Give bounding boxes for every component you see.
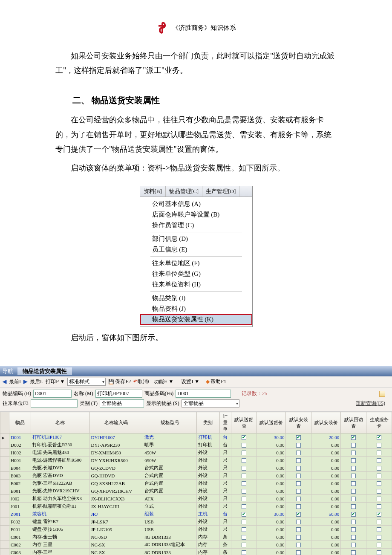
- input-unit[interactable]: [31, 399, 78, 408]
- checkbox-icon[interactable]: [242, 474, 246, 478]
- table-row[interactable]: D001打印机HP1007DYJHP1007激光打印机台30.0020.00: [0, 434, 392, 441]
- nav-last-icon[interactable]: ▶: [23, 379, 27, 385]
- menu-item[interactable]: 公司基本信息 (A): [140, 199, 252, 209]
- print-button[interactable]: 打印P ▼: [46, 378, 65, 385]
- table-header[interactable]: 默认安装价: [311, 412, 341, 434]
- checkbox-icon[interactable]: [377, 451, 381, 455]
- table-header[interactable]: 默认送货否: [231, 412, 257, 434]
- nav-first-icon[interactable]: ◀: [3, 379, 6, 385]
- checkbox-icon[interactable]: [296, 512, 301, 517]
- table-row[interactable]: C002内存-三星NC-SX4G DDR1333笔记本内存条0.000.00: [0, 541, 392, 549]
- requery-link[interactable]: 重新查询(F5): [356, 400, 385, 406]
- checkbox-icon[interactable]: [296, 489, 301, 494]
- menu-tab[interactable]: 生产管理[D]: [202, 186, 239, 197]
- menu-item[interactable]: 操作员管理 (C): [140, 220, 252, 231]
- table-header[interactable]: 名称: [31, 412, 89, 434]
- checkbox-icon[interactable]: [351, 474, 356, 478]
- checkbox-icon[interactable]: [351, 435, 356, 440]
- checkbox-icon[interactable]: [351, 443, 356, 448]
- checkbox-icon[interactable]: [296, 520, 301, 524]
- table-row[interactable]: C001内存-金士顿NC-JSD4G DDR1333内存条0.000.00: [0, 533, 392, 541]
- cancel-button[interactable]: 取消C: [133, 378, 151, 385]
- menu-item[interactable]: 往来单位类型 (G): [140, 269, 252, 279]
- checkbox-icon[interactable]: [242, 550, 246, 555]
- checkbox-icon[interactable]: [296, 435, 301, 440]
- checkbox-icon[interactable]: [351, 481, 356, 486]
- checkbox-icon[interactable]: [242, 543, 246, 547]
- checkbox-icon[interactable]: [296, 443, 301, 448]
- table-header[interactable]: 物品: [9, 412, 31, 434]
- function-button[interactable]: 功能E ▼: [154, 378, 173, 385]
- table-row[interactable]: F002键盘-雷神K7JP-LSK7USB外设只0.000.00: [0, 518, 392, 526]
- menu-item[interactable]: 物品资料 (J): [140, 304, 252, 314]
- checkbox-icon[interactable]: [351, 520, 356, 524]
- checkbox-icon[interactable]: [242, 527, 246, 532]
- menu-item[interactable]: 物品类别 (I): [140, 293, 252, 304]
- checkbox-icon[interactable]: [296, 535, 301, 540]
- checkbox-icon[interactable]: [377, 520, 381, 524]
- menu-tab[interactable]: 资料[B]: [140, 186, 166, 197]
- checkbox-icon[interactable]: [242, 489, 246, 494]
- checkbox-icon[interactable]: [377, 466, 381, 471]
- table-header[interactable]: 名称输入码: [89, 412, 143, 434]
- table-row[interactable]: H001电源-游戏悍将红星R500DY-YXHJHXR500650W外设只0.0…: [0, 457, 392, 464]
- checkbox-icon[interactable]: [377, 474, 381, 478]
- nav-dao[interactable]: 导航: [2, 367, 13, 375]
- checkbox-icon[interactable]: [377, 489, 381, 494]
- table-header[interactable]: 生成服务卡: [366, 412, 392, 434]
- checkbox-icon[interactable]: [296, 527, 301, 532]
- new-doc-icon[interactable]: [379, 391, 385, 397]
- table-header[interactable]: 默认送货价: [257, 412, 286, 434]
- checkbox-icon[interactable]: [351, 543, 356, 547]
- input-category[interactable]: [100, 399, 144, 408]
- nav-active-tab[interactable]: 物品送货安装属性: [17, 367, 72, 375]
- settings-button[interactable]: 设置I ▼: [181, 378, 199, 385]
- checkbox-icon[interactable]: [242, 504, 246, 509]
- menu-tab[interactable]: 物品管理[C]: [166, 186, 202, 197]
- checkbox-icon[interactable]: [242, 466, 246, 471]
- menu-item[interactable]: 往来单位资料 (H): [140, 279, 252, 290]
- checkbox-icon[interactable]: [351, 527, 356, 532]
- style-dropdown[interactable]: 标准样式: [67, 378, 106, 386]
- checkbox-icon[interactable]: [351, 535, 356, 540]
- checkbox-icon[interactable]: [351, 458, 356, 463]
- table-header[interactable]: 规格型号: [143, 412, 197, 434]
- checkbox-icon[interactable]: [296, 458, 301, 463]
- table-row[interactable]: E004光驱-长城DVDGQ-ZCDVD台式内置外设只0.000.00: [0, 464, 392, 472]
- table-row[interactable]: F001键盘-罗技G105JP-LJG105USB外设只0.000.00: [0, 526, 392, 533]
- checkbox-icon[interactable]: [377, 504, 381, 509]
- checkbox-icon[interactable]: [351, 512, 356, 517]
- menu-item[interactable]: 往来单位地区 (F): [140, 258, 252, 269]
- checkbox-icon[interactable]: [242, 451, 246, 455]
- checkbox-icon[interactable]: [351, 451, 356, 455]
- show-dropdown[interactable]: 全部物品: [182, 399, 239, 408]
- checkbox-icon[interactable]: [296, 466, 301, 471]
- checkbox-icon[interactable]: [377, 527, 381, 532]
- checkbox-icon[interactable]: [242, 512, 246, 517]
- checkbox-icon[interactable]: [242, 481, 246, 486]
- nav-first-button[interactable]: 最前I: [9, 378, 21, 385]
- table-row[interactable]: J002机箱-动力火车绝尘侠X3JX-DLHCJCXX3ATX外设只0.000.…: [0, 495, 392, 503]
- table-row[interactable]: J001机箱-航嘉暗夜公爵IIIJX-HJAYGJIII立式外设只0.000.0…: [0, 503, 392, 510]
- checkbox-icon[interactable]: [377, 497, 381, 501]
- table-row[interactable]: C003内存-三星NC-SX8G DDR1333内存条0.000.00: [0, 549, 392, 555]
- menu-item[interactable]: 店面仓库帐户等设置 (B): [140, 209, 252, 220]
- checkbox-icon[interactable]: [296, 481, 301, 486]
- checkbox-icon[interactable]: [377, 443, 381, 448]
- checkbox-icon[interactable]: [296, 451, 301, 455]
- table-row[interactable]: D002打印机-爱普生R230DYJ-APSR230喷墨打印机台0.000.00: [0, 441, 392, 449]
- checkbox-icon[interactable]: [377, 535, 381, 540]
- checkbox-icon[interactable]: [351, 504, 356, 509]
- table-row[interactable]: Z001兼容机JRJ组装主机台30.0050.00: [0, 510, 392, 518]
- table-row[interactable]: H002电源-先马黑魅450DY-XMHM450450W外设只0.000.00: [0, 449, 392, 457]
- checkbox-icon[interactable]: [296, 543, 301, 547]
- checkbox-icon[interactable]: [377, 512, 381, 517]
- table-header[interactable]: 默认回访否: [341, 412, 366, 434]
- table-header[interactable]: 计量单: [219, 412, 231, 434]
- help-button[interactable]: 帮助F1: [206, 378, 226, 385]
- checkbox-icon[interactable]: [351, 497, 356, 501]
- checkbox-icon[interactable]: [377, 543, 381, 547]
- checkbox-icon[interactable]: [377, 550, 381, 555]
- menu-item[interactable]: 部门信息 (D): [140, 234, 252, 244]
- checkbox-icon[interactable]: [296, 504, 301, 509]
